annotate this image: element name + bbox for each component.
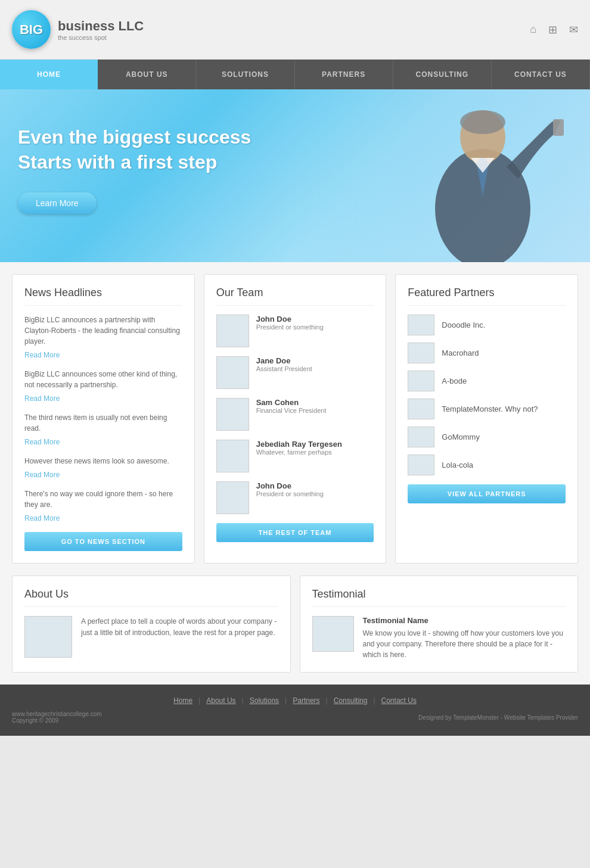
team-info-3: Sam Cohen Financial Vice President (256, 398, 327, 414)
team-member-1: John Doe President or something (216, 315, 374, 347)
team-name-3: Sam Cohen (256, 398, 327, 407)
team-name-4: Jebediah Ray Tergesen (256, 440, 342, 449)
learn-more-button[interactable]: Learn More (18, 192, 97, 214)
nav-home[interactable]: HOME (0, 60, 98, 89)
read-more-5[interactable]: Read More (24, 514, 60, 522)
home-icon[interactable]: ⌂ (530, 23, 536, 36)
nav-contact[interactable]: CONTACT US (492, 60, 590, 89)
partner-item-4: TemplateMonster. Why not? (408, 399, 566, 419)
nav-about[interactable]: ABOUT US (98, 60, 196, 89)
partner-name-5: GoMommy (442, 433, 480, 441)
partner-item-2: Macrohard (408, 343, 566, 363)
news-item-2: BigBiz LLC announces some other kind of … (24, 369, 182, 403)
team-photo-5 (216, 481, 249, 514)
hero-content: Even the biggest success Starts with a f… (18, 125, 251, 214)
team-photo-3 (216, 398, 249, 431)
hero-figure (292, 89, 590, 262)
team-title-1: President or something (256, 323, 324, 331)
view-all-partners-button[interactable]: VIEW ALL PARTNERS (408, 484, 566, 503)
footer-sep-2: | (242, 696, 244, 705)
partner-name-3: A-bode (442, 377, 467, 385)
header-icons: ⌂ ⊞ ✉ (530, 23, 578, 36)
team-name-5: John Doe (256, 481, 324, 490)
footer-sep-5: | (373, 696, 375, 705)
hero-section: Even the biggest success Starts with a f… (0, 89, 590, 262)
news-text-5: There's no way we could ignore them - so… (24, 489, 182, 510)
team-photo-2 (216, 356, 249, 389)
footer-bottom: www.heritagechristiancollege.comCopyrigh… (12, 711, 578, 724)
about-title: About Us (24, 588, 278, 607)
read-more-1[interactable]: Read More (24, 351, 60, 359)
footer-credit: Designed by TemplateMonster - Website Te… (418, 714, 578, 721)
testimonial-name: Testimonial Name (363, 616, 566, 625)
partners-section: Featured Partners Dooodle Inc. Macrohard… (395, 274, 578, 564)
nav-solutions[interactable]: SOLUTIONS (196, 60, 294, 89)
mail-icon[interactable]: ✉ (569, 23, 578, 36)
logo-text: business LLC the success spot (58, 18, 144, 41)
partner-item-5: GoMommy (408, 427, 566, 447)
hero-image (292, 89, 590, 262)
testimonial-body: We know you love it - showing off how yo… (363, 628, 566, 660)
team-title-3: Financial Vice President (256, 407, 327, 414)
partner-item-3: A-bode (408, 371, 566, 391)
site-footer: Home | About Us | Solutions | Partners |… (0, 685, 590, 736)
partner-logo-2 (408, 343, 434, 363)
team-info-4: Jebediah Ray Tergesen Whatever, farmer p… (256, 440, 342, 456)
team-photo-1 (216, 315, 249, 347)
nav-partners[interactable]: PARTNERS (295, 60, 393, 89)
partner-item-1: Dooodle Inc. (408, 315, 566, 335)
footer-link-solutions[interactable]: Solutions (250, 696, 279, 705)
footer-link-consulting[interactable]: Consulting (334, 696, 368, 705)
news-text-1: BigBiz LLC announces a partnership with … (24, 315, 182, 347)
team-name-1: John Doe (256, 315, 324, 323)
team-member-3: Sam Cohen Financial Vice President (216, 398, 374, 431)
logo-area: BIG business LLC the success spot (12, 10, 144, 49)
footer-sep-3: | (285, 696, 287, 705)
team-title-2: Assistant President (256, 365, 312, 372)
news-title: News Headlines (24, 287, 182, 306)
go-to-news-button[interactable]: GO TO NEWS SECTION (24, 532, 182, 551)
read-more-3[interactable]: Read More (24, 438, 60, 446)
nav-consulting[interactable]: CONSULTING (393, 60, 492, 89)
logo-circle: BIG (12, 10, 51, 49)
team-title-5: President or something (256, 490, 324, 497)
footer-sep-1: | (198, 696, 200, 705)
about-section: About Us A perfect place to tell a coupl… (12, 575, 291, 673)
company-tagline: the success spot (58, 34, 144, 41)
team-member-5: John Doe President or something (216, 481, 374, 514)
three-column-section: News Headlines BigBiz LLC announces a pa… (12, 274, 578, 564)
read-more-4[interactable]: Read More (24, 471, 60, 479)
hero-headline: Even the biggest success Starts with a f… (18, 125, 251, 175)
team-member-2: Jane Doe Assistant President (216, 356, 374, 389)
testimonial-content: Testimonial Name We know you love it - s… (312, 616, 566, 660)
team-photo-4 (216, 440, 249, 472)
partner-logo-3 (408, 371, 434, 391)
bottom-section: About Us A perfect place to tell a coupl… (12, 575, 578, 673)
team-info-1: John Doe President or something (256, 315, 324, 331)
team-member-4: Jebediah Ray Tergesen Whatever, farmer p… (216, 440, 374, 472)
testimonial-text-area: Testimonial Name We know you love it - s… (363, 616, 566, 660)
footer-link-about[interactable]: About Us (206, 696, 235, 705)
partner-name-6: Lola-cola (442, 461, 473, 469)
partner-item-6: Lola-cola (408, 455, 566, 475)
rest-of-team-button[interactable]: THE REST OF TEAM (216, 523, 374, 542)
footer-sep-4: | (326, 696, 328, 705)
grid-icon[interactable]: ⊞ (548, 23, 557, 36)
svg-point-3 (460, 110, 505, 134)
company-name: business LLC (58, 18, 144, 34)
main-content: News Headlines BigBiz LLC announces a pa… (0, 262, 590, 685)
testimonial-section: Testimonial Testimonial Name We know you… (300, 575, 579, 673)
footer-link-home[interactable]: Home (173, 696, 192, 705)
logo-big-text: BIG (20, 22, 43, 38)
team-title-4: Whatever, farmer perhaps (256, 449, 342, 456)
news-item-4: However these news items look so awesome… (24, 456, 182, 480)
read-more-2[interactable]: Read More (24, 394, 60, 403)
footer-navigation: Home | About Us | Solutions | Partners |… (12, 696, 578, 705)
footer-link-partners[interactable]: Partners (293, 696, 319, 705)
main-navigation: HOME ABOUT US SOLUTIONS PARTNERS CONSULT… (0, 60, 590, 89)
news-item-3: The third news item is usually not even … (24, 412, 182, 447)
testimonial-image (312, 616, 354, 652)
about-image (24, 616, 72, 658)
news-text-3: The third news item is usually not even … (24, 412, 182, 434)
footer-link-contact[interactable]: Contact Us (381, 696, 417, 705)
